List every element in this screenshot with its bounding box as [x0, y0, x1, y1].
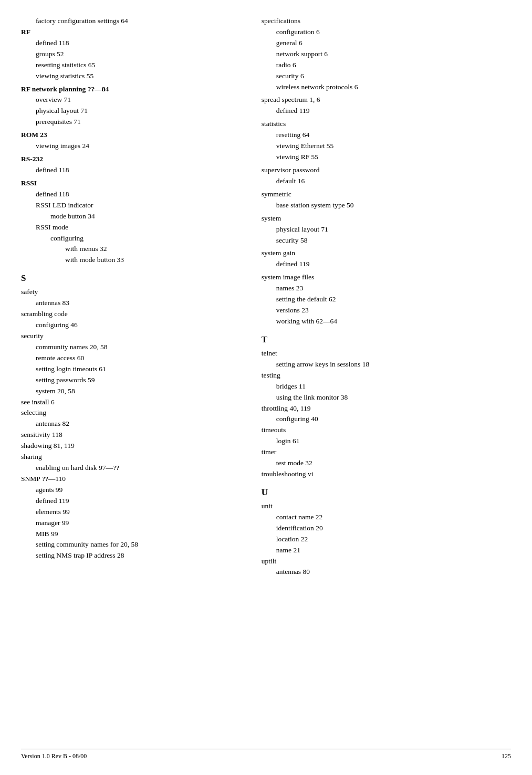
list-item: SNMP ??—110 [21, 474, 246, 485]
list-item: network support 6 [276, 49, 511, 60]
list-item: safety [21, 287, 246, 298]
list-item: bridges 11 [276, 381, 511, 392]
list-item: antennas 82 [36, 418, 246, 430]
s-section: S safety antennas 83 scrambling code con… [21, 273, 246, 561]
rom-section: ROM 23 viewing images 24 [21, 130, 246, 152]
list-item: system image files [262, 272, 511, 283]
list-item: mode button 34 [50, 211, 246, 222]
statistics-section: statistics resetting 64 viewing Ethernet… [262, 119, 511, 163]
list-item: versions 23 [276, 305, 511, 316]
list-item: configuring 40 [276, 414, 511, 425]
list-item: timeouts [262, 425, 511, 436]
list-item: system [262, 213, 511, 224]
list-item: name 21 [276, 545, 511, 556]
rs232-section: RS-232 defined 118 [21, 154, 246, 176]
list-item: selecting [21, 407, 246, 418]
list-item: system gain [262, 248, 511, 259]
list-item: symmetric [262, 189, 511, 200]
list-item: physical layout 71 [36, 106, 246, 117]
list-item: throttling 40, 119 [262, 403, 511, 414]
list-item: defined 118 [36, 189, 246, 200]
list-item: community names 20, 58 [36, 342, 246, 353]
list-item: login 61 [276, 436, 511, 447]
right-column: specifications configuration 6 general 6… [256, 16, 511, 580]
list-item: sensitivity 118 [21, 430, 246, 441]
left-column: factory configuration settings 64 RF def… [21, 16, 256, 580]
list-item: MIB 99 [36, 529, 246, 540]
list-item: overview 71 [36, 95, 246, 106]
section-letter-s: S [21, 273, 246, 284]
t-section: T telnet setting arrow keys in sessions … [262, 334, 511, 480]
list-item: defined 119 [276, 259, 511, 270]
section-letter-t: T [262, 334, 511, 345]
list-item: antennas 80 [276, 567, 511, 578]
list-item: resetting statistics 65 [36, 60, 246, 71]
list-item: manager 99 [36, 518, 246, 529]
list-item: defined 119 [276, 106, 511, 117]
list-item: RSSI LED indicator [36, 200, 246, 211]
list-item: troubleshooting vi [262, 469, 511, 480]
list-item: shadowing 81, 119 [21, 441, 246, 452]
footer-page-number: 125 [502, 752, 511, 760]
supervisor-password-section: supervisor password default 16 [262, 165, 511, 187]
list-item: elements 99 [36, 507, 246, 518]
list-item: antennas 83 [36, 298, 246, 309]
list-item: base station system type 50 [276, 200, 511, 211]
list-item: location 22 [276, 534, 511, 545]
list-item: testing [262, 370, 511, 381]
list-item: setting the default 62 [276, 294, 511, 305]
list-item: RS-232 [21, 154, 246, 165]
list-item: identification 20 [276, 523, 511, 534]
list-item: setting NMS trap IP address 28 [36, 550, 246, 561]
list-item: specifications [262, 16, 511, 27]
list-item: RSSI mode [36, 222, 246, 233]
list-item: radio 6 [276, 60, 511, 71]
list-item: physical layout 71 [276, 224, 511, 235]
list-item: setting community names for 20, 58 [36, 539, 246, 550]
page-footer: Version 1.0 Rev B - 08/00 125 [21, 749, 511, 760]
list-item: RF network planning ??—84 [21, 84, 246, 95]
list-item: defined 118 [36, 38, 246, 49]
system-section: system physical layout 71 security 58 [262, 213, 511, 246]
list-item: uptilt [262, 556, 511, 567]
list-item: working with 62—64 [276, 316, 511, 327]
list-item: resetting 64 [276, 130, 511, 141]
list-item: scrambling code [21, 309, 246, 320]
list-item: ROM 23 [21, 130, 246, 141]
rf-section: RF defined 118 groups 52 resetting stati… [21, 27, 246, 82]
system-gain-section: system gain defined 119 [262, 248, 511, 270]
list-item: configuration 6 [276, 27, 511, 38]
list-item: setting login timeouts 61 [36, 364, 246, 375]
list-item: sharing [21, 452, 246, 463]
list-item: viewing RF 55 [276, 152, 511, 163]
list-item: prerequisites 71 [36, 117, 246, 128]
list-item: enabling on hard disk 97—?? [36, 463, 246, 474]
page-content: factory configuration settings 64 RF def… [21, 16, 511, 580]
list-item: RSSI [21, 178, 246, 189]
u-section: U unit contact name 22 identification 20… [262, 487, 511, 578]
list-item: setting passwords 59 [36, 375, 246, 386]
system-image-files-section: system image files names 23 setting the … [262, 272, 511, 327]
list-item: viewing images 24 [36, 141, 246, 152]
list-item: timer [262, 447, 511, 458]
list-item: using the link monitor 38 [276, 392, 511, 403]
list-item: names 23 [276, 283, 511, 294]
list-item: see install 6 [21, 397, 246, 408]
list-item: defined 119 [36, 496, 246, 507]
rssi-section: RSSI defined 118 RSSI LED indicator mode… [21, 178, 246, 266]
list-item: configuring 46 [36, 320, 246, 331]
list-item: with mode button 33 [65, 255, 246, 266]
list-item: defined 118 [36, 165, 246, 176]
list-item: security [21, 331, 246, 342]
rf-network-section: RF network planning ??—84 overview 71 ph… [21, 84, 246, 128]
list-item: unit [262, 501, 511, 512]
list-item: remote access 60 [36, 353, 246, 364]
list-item: security 58 [276, 235, 511, 246]
footer-version: Version 1.0 Rev B - 08/00 [21, 752, 87, 760]
list-item: system 20, 58 [36, 386, 246, 397]
list-item: groups 52 [36, 49, 246, 60]
section-letter-u: U [262, 487, 511, 498]
list-item: factory configuration settings 64 [36, 16, 246, 27]
list-item: viewing statistics 55 [36, 71, 246, 82]
list-item: telnet [262, 348, 511, 359]
